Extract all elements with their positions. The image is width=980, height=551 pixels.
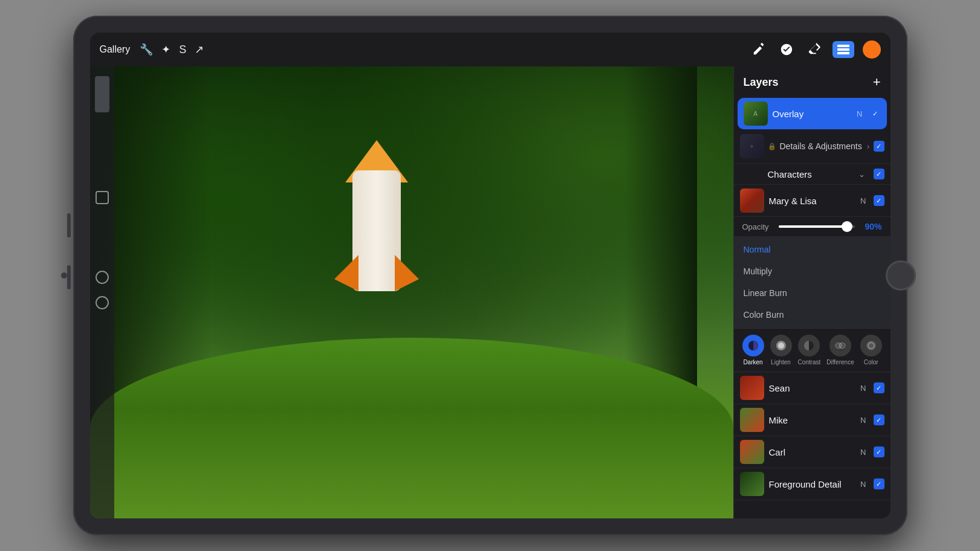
- layers-panel-header: Layers +: [734, 66, 891, 98]
- main-content: Layers + A Overlay N ✓: [90, 66, 891, 518]
- layer-row-marylisa[interactable]: Mary & Lisa N ✓: [734, 185, 891, 217]
- opacity-slider-fill: [779, 225, 847, 228]
- layer-mode-fg: N: [860, 480, 866, 489]
- layer-check-mike[interactable]: ✓: [874, 414, 884, 425]
- check-mark-sean: ✓: [876, 384, 881, 392]
- top-bar: Gallery 🔧 ✦ S ↗: [90, 33, 891, 66]
- canvas-tool-square[interactable]: [96, 191, 109, 204]
- rocket-fin-left: [334, 255, 359, 291]
- layer-row-fg[interactable]: Foreground Detail N ✓: [734, 468, 891, 500]
- layers-panel-button[interactable]: [832, 41, 854, 58]
- layer-check-sean[interactable]: ✓: [874, 382, 884, 393]
- adjustments-icon[interactable]: S: [179, 44, 186, 56]
- eraser-tool-button[interactable]: [805, 40, 824, 59]
- layer-row-overlay[interactable]: A Overlay N ✓: [738, 98, 887, 129]
- layer-row-sean[interactable]: Sean N ✓: [734, 372, 891, 404]
- screen: Gallery 🔧 ✦ S ↗: [90, 33, 891, 518]
- characters-group-name: Characters: [768, 169, 855, 179]
- layer-check-carl[interactable]: ✓: [874, 446, 884, 457]
- lock-icon: 🔒: [768, 143, 776, 150]
- blend-shortcut-color[interactable]: Color: [860, 335, 882, 366]
- layer-check-fg[interactable]: ✓: [874, 478, 884, 489]
- opacity-value: 90%: [861, 222, 882, 231]
- gallery-button[interactable]: Gallery: [100, 44, 131, 55]
- opacity-label: Opacity: [742, 222, 773, 231]
- blend-shortcuts: Darken Lighten: [734, 328, 891, 372]
- arrow-icon[interactable]: ↗: [195, 43, 204, 56]
- opacity-thumb[interactable]: [842, 221, 852, 232]
- magic-icon[interactable]: ✦: [161, 43, 170, 56]
- svg-point-5: [778, 343, 784, 349]
- volume-down-button[interactable]: [67, 265, 71, 289]
- layer-row-details[interactable]: ≡ 🔒 Details & Adjustments › ✓: [734, 129, 891, 164]
- lighten-icon: [770, 335, 792, 356]
- blend-shortcut-darken[interactable]: Darken: [742, 335, 764, 366]
- layer-name-sean: Sean: [769, 383, 856, 393]
- volume-up-button[interactable]: [67, 213, 71, 237]
- check-mark-overlay: ✓: [872, 110, 878, 118]
- opacity-slider-track[interactable]: [779, 225, 855, 228]
- opacity-row: Opacity 90%: [734, 217, 891, 236]
- layer-thumb-details: ≡: [740, 134, 764, 158]
- color-blend-svg: [866, 340, 877, 351]
- layer-thumb-mike: [740, 408, 764, 432]
- layer-name-overlay: Overlay: [773, 109, 852, 119]
- layer-mode-mike: N: [860, 416, 866, 425]
- difference-svg: [835, 340, 846, 351]
- characters-check[interactable]: ✓: [874, 169, 884, 179]
- layer-mode-overlay: N: [857, 109, 862, 118]
- top-bar-right: [749, 40, 881, 59]
- blend-shortcut-difference[interactable]: Difference: [826, 335, 854, 366]
- redo-button[interactable]: [96, 296, 109, 309]
- layer-row-mike[interactable]: Mike N ✓: [734, 404, 891, 436]
- pen-tool-button[interactable]: [749, 40, 768, 59]
- layer-name-details: Details & Adjustments: [780, 141, 863, 151]
- blend-mode-multiply[interactable]: Multiply: [734, 260, 891, 282]
- pen-icon: [752, 43, 765, 56]
- ground: [90, 338, 733, 518]
- characters-group-header[interactable]: Characters ⌄ ✓: [734, 164, 891, 185]
- wrench-icon[interactable]: 🔧: [140, 43, 153, 56]
- layer-row-carl[interactable]: Carl N ✓: [734, 436, 891, 468]
- darken-label: Darken: [743, 359, 762, 366]
- canvas-area[interactable]: [90, 66, 733, 518]
- color-picker-button[interactable]: [863, 40, 881, 59]
- layer-thumb-overlay: A: [744, 102, 768, 126]
- layer-mode-sean: N: [860, 384, 866, 393]
- check-mark-characters: ✓: [876, 170, 881, 178]
- blend-mode-linearburn[interactable]: Linear Burn: [734, 282, 891, 304]
- check-mark-carl: ✓: [876, 448, 881, 456]
- blend-shortcut-contrast[interactable]: Contrast: [798, 335, 821, 366]
- smudge-tool-button[interactable]: [777, 40, 796, 59]
- toolbar-icons: 🔧 ✦ S ↗: [140, 43, 204, 56]
- blend-shortcut-lighten[interactable]: Lighten: [770, 335, 792, 366]
- check-mark-fg: ✓: [876, 480, 881, 488]
- blend-mode-colorburn[interactable]: Color Burn: [734, 304, 891, 326]
- blend-mode-normal[interactable]: Normal: [734, 239, 891, 260]
- camera: [61, 272, 67, 279]
- add-layer-button[interactable]: +: [873, 76, 881, 89]
- check-mark-mike: ✓: [876, 416, 881, 424]
- details-arrow-icon: ›: [867, 141, 870, 151]
- difference-label: Difference: [826, 359, 854, 366]
- layer-mode-marylisa: N: [860, 196, 866, 205]
- svg-rect-2: [837, 52, 849, 54]
- top-bar-left: Gallery 🔧 ✦ S ↗: [100, 43, 204, 56]
- layer-check-details[interactable]: ✓: [874, 141, 884, 152]
- layer-check-overlay[interactable]: ✓: [870, 108, 881, 119]
- check-mark-marylisa: ✓: [876, 197, 881, 205]
- home-button[interactable]: [886, 260, 916, 291]
- undo-button[interactable]: [96, 271, 109, 284]
- rocket-fin-right: [395, 255, 419, 291]
- layer-check-marylisa[interactable]: ✓: [874, 195, 884, 206]
- svg-rect-0: [837, 45, 849, 47]
- scroll-bar[interactable]: [95, 76, 109, 112]
- layer-name-fg: Foreground Detail: [769, 479, 856, 489]
- color-blend-icon: [860, 335, 882, 356]
- layer-thumb-fg: [740, 472, 764, 496]
- difference-icon: [829, 335, 851, 356]
- color-blend-label: Color: [864, 359, 878, 366]
- svg-point-9: [839, 343, 845, 349]
- check-mark-details: ✓: [876, 143, 881, 150]
- contrast-icon: [798, 335, 820, 356]
